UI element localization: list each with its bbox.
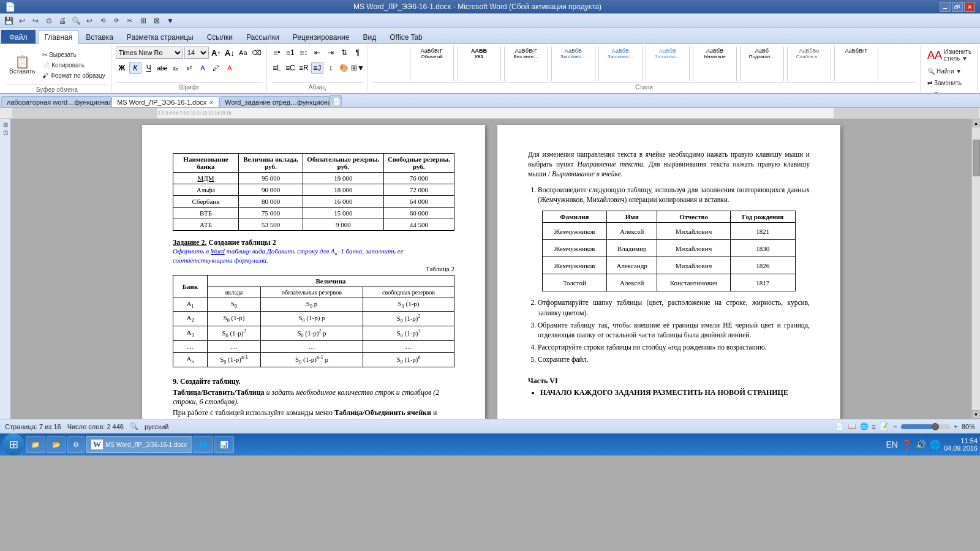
qa-btn12[interactable]: ⊠ [151,15,163,26]
zoom-control[interactable]: － ＋ 80% [892,422,975,431]
taskbar-explorer[interactable]: 📁 [26,436,45,453]
style-subtle-emphasis[interactable]: АаБбБеСлабое в… [787,47,831,81]
tab-doc2[interactable]: MS Word_ЛР_ЭЭ6-16-1.docx ✕ [111,96,219,107]
paste-button[interactable]: 📋 Вставить [6,47,38,83]
replace-button[interactable]: ⇄ Заменить [924,78,973,88]
style-misc[interactable]: АаБбВгГ [834,47,878,81]
shading-button[interactable]: 🎨 [338,62,350,74]
increase-indent-button[interactable]: ⇥ [325,47,337,59]
align-left-button[interactable]: ≡L [271,62,283,74]
scroll-down-arrow[interactable]: ▼ [972,410,981,419]
font-name-select[interactable]: Times New Ro [116,47,183,59]
taskbar-app7[interactable]: 📊 [214,436,234,453]
qa-dropdown[interactable]: ▼ [164,15,176,26]
tab-mailings[interactable]: Рассылки [239,30,286,43]
tab-view[interactable]: Вид [356,30,383,43]
taskbar-folder[interactable]: 📂 [47,436,66,453]
document-scroll[interactable]: Наименование банка Величина вклада, руб.… [11,119,971,419]
style-heading1[interactable]: АаБбВЗаголово… [551,47,595,81]
taskbar-word[interactable]: W MS Word_ЛР_ЭЭ6-16-1.docx [86,436,192,453]
scroll-thumb[interactable] [973,140,980,176]
subscript-button[interactable]: x₂ [170,62,182,74]
border-button[interactable]: ⊞▼ [352,62,364,74]
change-style-button[interactable]: AA Изменитьстиль ▼ [924,47,973,64]
align-center-button[interactable]: ≡C [284,62,296,74]
language-indicator[interactable]: русский [145,423,168,430]
tab-layout[interactable]: Разметка страницы [120,30,200,43]
tab-doc3[interactable]: Word_задание отред…функциональности ✕ [219,96,330,107]
view-draft-icon[interactable]: 📝 [880,422,888,430]
tab-references[interactable]: Ссылки [200,30,239,43]
style-normal[interactable]: АаБбВгГОбычный [410,47,454,81]
qa-btn7[interactable]: ↩ [83,15,96,26]
qa-btn8[interactable]: ⟲ [97,15,109,26]
highlight-button[interactable]: 🖊 [210,62,222,74]
clock[interactable]: 11:54 04.09.2016 [944,437,978,452]
help-icon[interactable]: ❓ [902,440,912,449]
change-case-button[interactable]: Аа [237,47,249,59]
tab-insert[interactable]: Вставка [79,30,120,43]
tray-icon1[interactable]: 🔊 [916,440,926,449]
line-spacing-button[interactable]: ↕ [325,62,337,74]
print-icon[interactable]: 🖨 [56,15,69,26]
qa-btn9[interactable]: ⟳ [110,15,123,26]
zoom-slider[interactable] [901,424,950,429]
increase-font-button[interactable]: A↑ [210,47,222,59]
undo-icon[interactable]: ↩ [16,15,28,26]
strikethrough-button[interactable]: abe [156,62,168,74]
zoom-in-button[interactable]: ＋ [952,422,959,431]
tab-file[interactable]: Файл [1,30,36,43]
vertical-scrollbar[interactable]: ▲ ▼ [971,119,980,419]
copy-button[interactable]: 📄 Копировать [40,61,107,70]
tab-officetab[interactable]: Office Tab [383,30,429,43]
view-outline-icon[interactable]: ≡ [872,423,876,430]
minimize-button[interactable]: 🗕 [940,2,951,12]
sidebar-icon2[interactable]: ⊡ [3,129,8,136]
find-button[interactable]: 🔍 Найти ▼ [924,66,973,77]
show-marks-button[interactable]: ¶ [352,47,364,59]
lang-indicator[interactable]: EN [886,440,897,449]
underline-button[interactable]: Ч [143,62,155,74]
tab-doc2-close[interactable]: ✕ [209,99,214,106]
style-subtitle[interactable]: АаБбПодзагол… [740,47,784,81]
qa-btn11[interactable]: ⊞ [137,15,149,26]
select-button[interactable]: ↗ Выделить ▼ [924,89,973,94]
taskbar-settings[interactable]: ⚙ [67,436,85,453]
tab-review[interactable]: Рецензирование [286,30,356,43]
style-heading2[interactable]: АаБбВЗаголово… [598,47,643,81]
taskbar-chrome[interactable]: 🌐 [194,436,213,453]
superscript-button[interactable]: x² [183,62,195,74]
style-uk1[interactable]: ААББУК1 [457,47,501,81]
clear-format-button[interactable]: ⌫ [251,47,263,59]
text-effects-button[interactable]: A [197,62,209,74]
decrease-font-button[interactable]: A↓ [224,47,236,59]
tab-home[interactable]: Главная [38,30,80,44]
spell-check-icon[interactable]: 🔍 [130,422,138,430]
bullets-button[interactable]: ≡• [271,47,283,59]
style-nointerval[interactable]: АаБбВгГБез инте… [504,47,548,81]
tab-doc1[interactable]: лабораторная word…функциональности ✕ [1,96,111,107]
qa-btn6[interactable]: 🔍 [70,15,82,26]
multilevel-list-button[interactable]: ≡↕ [298,47,310,59]
align-right-button[interactable]: ≡R [298,62,310,74]
scroll-up-arrow[interactable]: ▲ [972,119,981,127]
redo-icon[interactable]: ↪ [29,15,42,26]
sidebar-icon1[interactable]: ⊞ [3,121,8,128]
bold-button[interactable]: Ж [116,62,128,74]
style-title[interactable]: АаБбВНазвание [693,47,737,81]
tab-new[interactable]: 📄 [330,95,342,107]
cut-button[interactable]: ✂ Вырезать [40,50,107,59]
sort-button[interactable]: ⇅ [338,47,350,59]
font-size-select[interactable]: 14 [184,47,209,59]
zoom-out-button[interactable]: － [892,422,899,431]
restore-button[interactable]: 🗗 [952,2,963,12]
font-color-button[interactable]: A [224,62,236,74]
cut-icon[interactable]: ✂ [124,15,136,26]
italic-button[interactable]: К [129,62,141,74]
view-web-icon[interactable]: 🌐 [860,422,869,430]
close-button[interactable]: ✕ [964,2,975,12]
format-painter-button[interactable]: 🖌 Формат по образцу [40,71,107,80]
style-heading3[interactable]: АаБбВЗаголово… [646,47,690,81]
save-icon[interactable]: 💾 [2,15,15,26]
view-print-icon[interactable]: 📄 [835,422,844,430]
